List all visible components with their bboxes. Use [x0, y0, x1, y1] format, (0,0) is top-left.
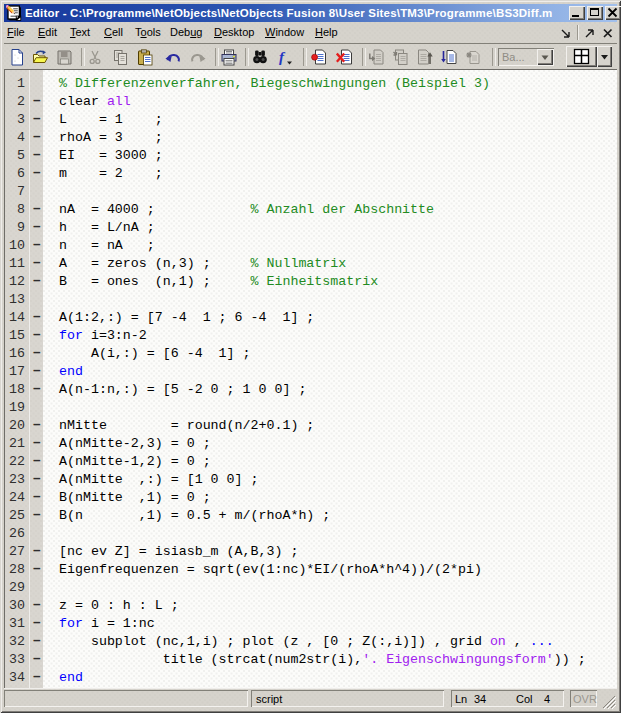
svg-text:f: f [279, 49, 286, 65]
